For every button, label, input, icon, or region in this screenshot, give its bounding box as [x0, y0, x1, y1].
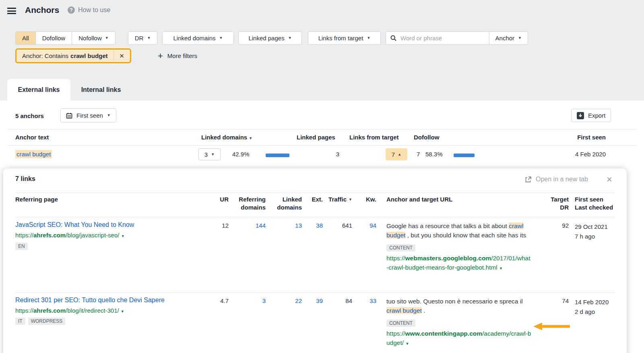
page-badges: IT WORDPRESS [15, 318, 65, 325]
export-button[interactable]: Export [571, 109, 611, 122]
referring-domains-value[interactable]: 3 [233, 297, 266, 304]
content-badge: CONTENT [386, 320, 415, 327]
anchor-keyword-link[interactable]: crawl budget [386, 307, 422, 314]
anchor-text-link[interactable]: crawl budget [15, 151, 52, 158]
linked-domains-value[interactable]: 22 [274, 297, 302, 304]
links-detail-panel: 7 links Open in a new tab ✕ Referring pa… [3, 168, 627, 353]
active-filter-chip[interactable]: Anchor: Contains crawl budget ✕ [15, 48, 131, 63]
links-panel-title: 7 links [15, 175, 35, 183]
divider [7, 129, 637, 129]
linked-domains-percent: 42.9% [232, 151, 250, 158]
tab-internal-links[interactable]: Internal links [75, 79, 127, 101]
ext-value[interactable]: 39 [305, 297, 323, 304]
col-header-first-seen[interactable]: First seen [566, 133, 606, 141]
tab-external-links[interactable]: External links [7, 79, 70, 101]
question-icon: ? [68, 6, 75, 14]
referring-page-title[interactable]: JavaScript SEO: What You Need to Know [15, 221, 208, 228]
col-header-linked-domains[interactable]: Linked domains [274, 195, 302, 212]
chevron-down-icon: ▼ [147, 36, 151, 40]
dofollow-bar [454, 154, 475, 157]
chevron-down-icon: ▼ [105, 36, 109, 40]
col-header-referring-page[interactable]: Referring page [15, 195, 58, 203]
follow-filter-group: All Dofollow Nofollow ▼ [15, 31, 116, 45]
target-url[interactable]: https://webmasters.googleblog.com/2017/0… [386, 253, 531, 272]
referring-domains-value[interactable]: 144 [233, 222, 266, 229]
col-header-referring-domains[interactable]: Referring domains [233, 195, 266, 212]
dr-filter-dropdown[interactable]: DR ▼ [128, 31, 157, 45]
chevron-down-icon: ▼ [107, 114, 111, 117]
anchor-and-target-url: Google has a resource that talks a bit a… [386, 221, 531, 272]
open-in-new-tab-button[interactable]: Open in a new tab [525, 176, 588, 183]
col-header-linked-pages[interactable]: Linked pages [297, 133, 335, 141]
referring-page-url[interactable]: https://ahrefs.com/blog/javascript-seo/ … [15, 232, 208, 239]
col-header-anchor-text: Anchor text [15, 133, 49, 141]
linked-domains-filter-dropdown[interactable]: Linked domains ▼ [162, 31, 234, 45]
search-scope-dropdown[interactable]: Anchor ▼ [489, 32, 528, 44]
col-header-linked-domains[interactable]: Linked domains ▼ [201, 133, 252, 141]
how-to-use-link[interactable]: ? How to use [68, 6, 110, 14]
col-header-target-dr[interactable]: Target DR [548, 195, 569, 212]
chevron-down-icon[interactable]: ▼ [121, 234, 125, 238]
sort-desc-icon: ▼ [349, 198, 352, 201]
chevron-down-icon[interactable]: ▼ [405, 342, 409, 346]
language-badge: EN [15, 242, 28, 250]
first-seen-last-checked: 14 Feb 2020 2 d ago [575, 297, 609, 317]
remove-filter-button[interactable]: ✕ [114, 50, 130, 62]
col-header-dofollow[interactable]: Dofollow [414, 133, 439, 141]
search-icon [390, 35, 396, 41]
links-from-target-filter-dropdown[interactable]: Links from target ▼ [308, 31, 381, 45]
anchors-count: 5 anchors [15, 112, 44, 119]
first-seen-date: 4 Feb 2020 [561, 151, 606, 158]
sort-asc-icon: ▲ [398, 153, 401, 156]
linked-pages-count: 3 [319, 151, 339, 158]
linked-pages-filter-dropdown[interactable]: Linked pages ▼ [238, 31, 302, 45]
dofollow-count: 7 [417, 151, 420, 158]
ext-value[interactable]: 38 [305, 222, 323, 229]
divider [15, 293, 615, 293]
target-url[interactable]: https://www.contentkingapp.com/academy/c… [386, 329, 531, 347]
divider [15, 217, 615, 217]
dofollow-percent: 58.3% [425, 151, 443, 158]
target-dr-value: 74 [548, 297, 569, 304]
filter-nofollow-dropdown[interactable]: Nofollow ▼ [72, 32, 115, 44]
chevron-down-icon: ▼ [211, 153, 215, 156]
traffic-value: 84 [327, 297, 352, 304]
col-header-kw[interactable]: Kw. [357, 195, 376, 203]
first-seen-last-checked: 29 Oct 2021 7 h ago [575, 222, 608, 241]
referring-page-title[interactable]: Redirect 301 per SEO: Tutto quello che D… [15, 297, 208, 304]
ur-value: 4.7 [208, 297, 229, 304]
col-header-ext[interactable]: Ext. [305, 195, 323, 203]
chevron-down-icon: ▼ [367, 36, 370, 40]
chevron-down-icon: ▼ [518, 36, 522, 40]
chevron-down-icon: ▼ [288, 36, 292, 40]
divider [7, 145, 637, 145]
col-header-links-from-target[interactable]: Links from target [349, 133, 399, 141]
first-seen-sort-dropdown[interactable]: First seen ▼ [60, 108, 116, 123]
content-badge: CONTENT [386, 244, 415, 251]
anchor-and-target-url: tuo sito web. Questo non è necessario e … [386, 297, 531, 347]
search-input[interactable] [400, 34, 489, 42]
col-header-anchor-target-url[interactable]: Anchor and target URL [386, 195, 452, 203]
filter-all-button[interactable]: All [16, 32, 36, 44]
filter-dofollow-button[interactable]: Dofollow [36, 32, 72, 44]
cms-badge: WORDPRESS [28, 318, 66, 325]
linked-domains-count-dropdown[interactable]: 3 ▼ [198, 148, 221, 160]
calendar-icon [66, 112, 72, 119]
col-header-traffic[interactable]: Traffic ▼ [321, 195, 352, 203]
links-from-target-toggle[interactable]: 7 ▲ [386, 148, 407, 160]
col-header-first-seen-last-checked[interactable]: First seen Last checked [575, 195, 613, 212]
traffic-value: 641 [327, 222, 352, 229]
kw-value[interactable]: 33 [357, 297, 376, 304]
plus-icon: + [158, 52, 163, 60]
chevron-down-icon[interactable]: ▼ [121, 309, 124, 314]
close-panel-icon[interactable]: ✕ [606, 176, 613, 183]
page-title: Anchors [25, 5, 59, 15]
referring-page-url[interactable]: https://ahrefs.com/blog/it/redirect-301/… [15, 307, 208, 314]
col-header-ur[interactable]: UR [208, 195, 229, 203]
chevron-down-icon[interactable]: ▼ [499, 266, 503, 270]
word-phrase-searchbox: Anchor ▼ [386, 31, 528, 45]
more-filters-button[interactable]: + More filters [158, 48, 197, 63]
kw-value[interactable]: 94 [357, 222, 376, 229]
linked-domains-value[interactable]: 13 [274, 222, 302, 229]
menu-icon[interactable] [7, 8, 16, 14]
